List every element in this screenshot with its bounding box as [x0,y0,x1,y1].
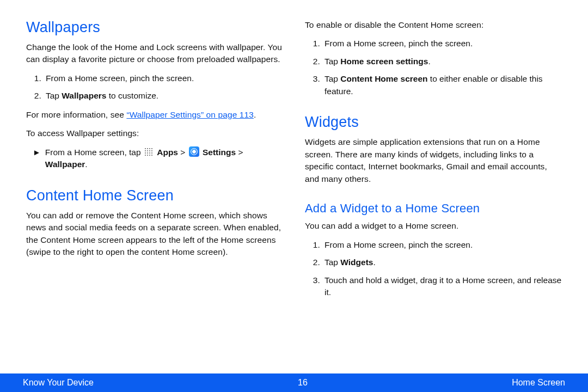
wallpaper-label: Wallpaper [45,160,85,169]
text: For more information, see [26,110,126,119]
bold-text: Wallpapers [62,91,106,100]
bold-text: Widgets [340,258,373,267]
text: > [236,148,243,157]
bold-text: Content Home screen [340,74,427,83]
widgets-heading: Widgets [305,114,562,131]
wallpapers-step-2: Tap Wallpapers to customize. [44,90,283,102]
manual-page: Wallpapers Change the look of the Home a… [0,0,588,392]
widgets-p: Widgets are simple application extension… [305,136,562,185]
enable-content-home-section: To enable or disable the Content Home sc… [305,19,562,97]
bullet-body: From a Home screen, tap Apps > Settings … [45,146,283,171]
wallpapers-access-intro: To access Wallpaper settings: [26,127,283,139]
add-widget-intro: You can add a widget to a Home screen. [305,220,562,232]
wallpapers-intro: Change the look of the Home and Lock scr… [26,41,283,66]
enable-step-3: Tap Content Home screen to either enable… [322,73,562,97]
text: to customize. [106,91,158,100]
text: Tap [324,57,340,66]
text: > [178,148,188,157]
add-widget-heading: Add a Widget to a Home Screen [305,201,562,216]
content-home-p: You can add or remove the Content Home s… [26,210,283,259]
right-column: To enable or disable the Content Home sc… [305,19,562,370]
enable-step-1: From a Home screen, pinch the screen. [322,38,562,50]
wallpaper-settings-link[interactable]: “Wallpaper Settings” on page 113 [126,110,254,119]
text: . [428,57,430,66]
wallpapers-section: Wallpapers Change the look of the Home a… [26,19,283,171]
wallpapers-access-bullet: ► From a Home screen, tap Apps > Setting… [26,146,283,171]
settings-label: Settings [203,148,236,157]
wallpapers-heading: Wallpapers [26,19,283,36]
apps-icon [144,148,154,157]
wallpapers-more-info: For more information, see “Wallpaper Set… [26,109,283,121]
enable-intro: To enable or disable the Content Home sc… [305,19,562,31]
footer-page-number: 16 [298,378,308,388]
settings-icon [189,146,199,157]
text: . [254,110,256,119]
wallpapers-step-1: From a Home screen, pinch the screen. [44,72,283,84]
page-footer: Know Your Device 16 Home Screen [0,373,588,392]
wallpapers-steps: From a Home screen, pinch the screen. Ta… [26,72,283,102]
bullet-arrow-icon: ► [33,146,41,158]
content-home-heading: Content Home Screen [26,187,283,204]
content-home-section: Content Home Screen You can add or remov… [26,187,283,259]
footer-right: Home Screen [512,378,565,388]
add-widget-step-1: From a Home screen, pinch the screen. [322,239,562,251]
enable-step-2: Tap Home screen settings. [322,56,562,68]
content-columns: Wallpapers Change the look of the Home a… [0,0,588,370]
text: Tap [46,91,62,100]
text: Tap [324,74,340,83]
text: Tap [324,258,340,267]
text: . [373,258,375,267]
add-widget-step-2: Tap Widgets. [322,256,562,268]
add-widget-step-3: Touch and hold a widget, drag it to a Ho… [322,274,562,299]
apps-label: Apps [157,148,178,157]
add-widget-steps: From a Home screen, pinch the screen. Ta… [305,239,562,299]
add-widget-section: Add a Widget to a Home Screen You can ad… [305,201,562,298]
enable-steps: From a Home screen, pinch the screen. Ta… [305,38,562,97]
left-column: Wallpapers Change the look of the Home a… [26,19,283,370]
widgets-section: Widgets Widgets are simple application e… [305,114,562,185]
text: From a Home screen, tap [45,148,143,157]
footer-left: Know Your Device [23,378,94,388]
bold-text: Home screen settings [340,57,428,66]
text: . [85,160,87,169]
